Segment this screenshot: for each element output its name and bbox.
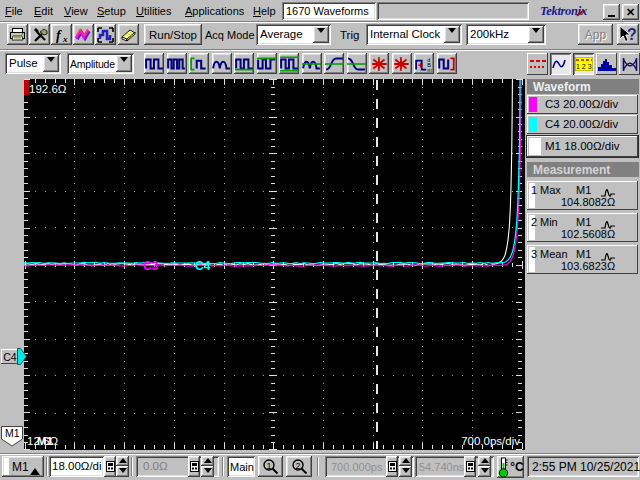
svg-text:192.6Ω: 192.6Ω [29,83,67,95]
svg-text:M1: M1 [5,427,20,439]
svg-text:C4: C4 [195,259,211,273]
svg-text:1: 1 [267,461,272,471]
svg-text:?: ? [627,26,637,43]
svg-text:C3: C3 [143,259,159,273]
svg-text:2: 2 [295,461,300,471]
svg-text:M1: M1 [37,435,54,447]
svg-text:700.0ps/div: 700.0ps/div [461,435,520,447]
svg-text:x: x [62,34,68,43]
svg-text:m: m [427,66,432,71]
svg-text:f: f [56,28,62,43]
svg-text:1 2 3: 1 2 3 [576,63,592,70]
